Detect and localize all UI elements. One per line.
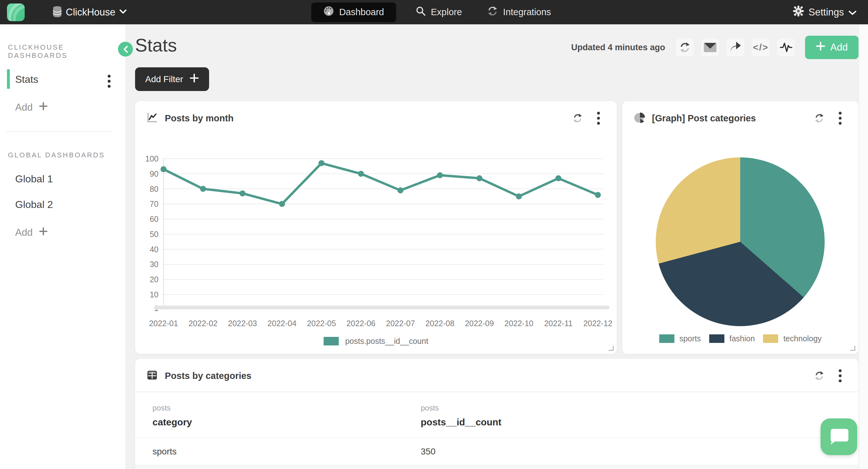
- table-cell: sports: [152, 446, 421, 457]
- email-report-button[interactable]: [701, 39, 719, 56]
- svg-text:2022-12: 2022-12: [583, 319, 612, 328]
- code-embed-button[interactable]: </>: [752, 39, 770, 56]
- svg-text:40: 40: [150, 245, 158, 254]
- sidebar-item-global-1[interactable]: Global 1: [0, 173, 125, 185]
- table-row[interactable]: sports350: [135, 438, 859, 465]
- svg-text:20: 20: [150, 275, 158, 284]
- table-body: sports350fashion330: [135, 438, 859, 469]
- search-icon: [416, 6, 426, 18]
- gear-icon: [793, 5, 804, 19]
- sidebar-section-title: CLICKHOUSE DASHBOARDS: [8, 43, 125, 60]
- svg-text:60: 60: [150, 214, 158, 224]
- card-title: [Graph] Post categories: [652, 113, 756, 124]
- svg-text:50: 50: [150, 230, 158, 239]
- dashboard-main: Stats Updated 4 minutes ago </>: [125, 24, 868, 469]
- plus-icon: [816, 41, 825, 54]
- legend-swatch: [659, 334, 674, 343]
- sidebar-item-global-2[interactable]: Global 2: [0, 199, 125, 210]
- app-logo[interactable]: [7, 3, 25, 21]
- kebab-menu-icon[interactable]: [833, 369, 847, 383]
- activity-button[interactable]: [777, 39, 795, 56]
- sidebar-add-dashboard[interactable]: Add: [0, 102, 125, 113]
- tab-label: Integrations: [503, 7, 551, 18]
- plus-icon: [39, 102, 48, 113]
- add-filter-label: Add Filter: [145, 74, 183, 85]
- add-chart-button[interactable]: Add: [805, 36, 859, 59]
- card-title: Posts by month: [165, 113, 234, 124]
- settings-label: Settings: [809, 7, 844, 18]
- add-filter-button[interactable]: Add Filter: [135, 67, 209, 91]
- svg-text:2022-11: 2022-11: [544, 319, 572, 328]
- svg-text:2022-03: 2022-03: [228, 319, 257, 328]
- table-cell: 350: [421, 446, 689, 457]
- main-nav-tabs: Dashboard Explore Integrations: [311, 0, 557, 24]
- legend-swatch: [763, 334, 778, 343]
- tab-label: Dashboard: [339, 7, 384, 18]
- column-name[interactable]: category: [152, 417, 421, 428]
- legend-label: fashion: [730, 334, 755, 343]
- refresh-chart-button[interactable]: [812, 369, 826, 383]
- svg-text:2022-01: 2022-01: [149, 319, 178, 328]
- column-group: posts: [421, 404, 689, 412]
- refresh-dashboard-button[interactable]: [676, 39, 694, 56]
- code-icon: </>: [753, 42, 768, 53]
- last-updated-text: Updated 4 minutes ago: [571, 43, 665, 53]
- tab-integrations[interactable]: Integrations: [482, 3, 557, 22]
- pie-chart-legend: sportsfashiontechnology: [622, 334, 859, 343]
- resize-handle[interactable]: [850, 346, 855, 351]
- column-name[interactable]: posts__id__count: [421, 417, 689, 428]
- svg-text:2022-02: 2022-02: [189, 319, 218, 328]
- line-chart-legend[interactable]: posts.posts__id__count: [135, 337, 617, 346]
- svg-text:90: 90: [150, 169, 158, 178]
- refresh-chart-button[interactable]: [812, 111, 826, 125]
- add-label: Add: [15, 102, 33, 113]
- posts-by-categories-card: Posts by categories posts category posts…: [135, 359, 859, 469]
- svg-text:100: 100: [145, 154, 158, 163]
- plus-icon: [189, 73, 199, 85]
- legend-label: sports: [679, 334, 701, 343]
- table-header-row: posts category posts posts__id__count: [135, 392, 859, 428]
- svg-text:10: 10: [150, 290, 158, 299]
- resize-handle[interactable]: [609, 346, 614, 351]
- settings-menu[interactable]: Settings: [793, 5, 857, 19]
- brand-name: ClickHouse: [66, 7, 116, 18]
- sidebar-divider: [6, 131, 113, 132]
- line-chart: 10090807060504030201012022-012022-022022…: [135, 145, 617, 335]
- share-button[interactable]: [726, 39, 744, 56]
- pie-chart[interactable]: [656, 157, 825, 326]
- table-row[interactable]: fashion330: [135, 465, 859, 469]
- scrollbar-gutter[interactable]: [859, 24, 868, 469]
- sidebar-add-global-dashboard[interactable]: Add: [0, 227, 125, 238]
- chat-widget-button[interactable]: [820, 418, 857, 455]
- dashboards-sidebar: CLICKHOUSE DASHBOARDS Stats Add GLOBAL D…: [0, 24, 125, 469]
- pie-legend-item[interactable]: technology: [763, 334, 822, 343]
- connection-selector[interactable]: ClickHouse: [53, 6, 127, 19]
- sidebar-section-title: GLOBAL DASHBOARDS: [8, 151, 125, 159]
- svg-text:80: 80: [150, 185, 158, 193]
- chevron-down-icon: [848, 7, 857, 18]
- pie-legend-item[interactable]: fashion: [709, 334, 755, 343]
- sidebar-item-stats[interactable]: Stats: [0, 74, 125, 85]
- refresh-chart-button[interactable]: [571, 111, 585, 125]
- legend-swatch: [323, 337, 339, 345]
- top-navbar: ClickHouse Dashboard Explore Integration…: [0, 0, 868, 24]
- dashboard-actions: Updated 4 minutes ago </> Add: [571, 36, 859, 59]
- kebab-menu-icon[interactable]: [833, 111, 847, 125]
- tab-dashboard[interactable]: Dashboard: [311, 3, 396, 22]
- svg-text:2022-08: 2022-08: [426, 319, 455, 328]
- tab-explore[interactable]: Explore: [410, 3, 468, 22]
- sidebar-item-label: Stats: [15, 74, 38, 85]
- svg-text:2022-10: 2022-10: [504, 319, 533, 328]
- pie-chart-icon: [633, 112, 645, 125]
- sync-icon: [487, 6, 498, 18]
- pie-legend-item[interactable]: sports: [659, 334, 701, 343]
- kebab-menu-icon[interactable]: [107, 74, 111, 91]
- kebab-menu-icon[interactable]: [592, 111, 606, 125]
- legend-label: posts.posts__id__count: [345, 337, 428, 346]
- post-categories-card: [Graph] Post categories sportsfashiontec…: [622, 101, 859, 354]
- sidebar-collapse-button[interactable]: [118, 42, 133, 57]
- posts-by-month-card: Posts by month 1009080706050403020101202…: [135, 101, 617, 354]
- page-title: Stats: [135, 34, 177, 56]
- plus-icon: [39, 227, 48, 238]
- add-button-label: Add: [830, 42, 848, 53]
